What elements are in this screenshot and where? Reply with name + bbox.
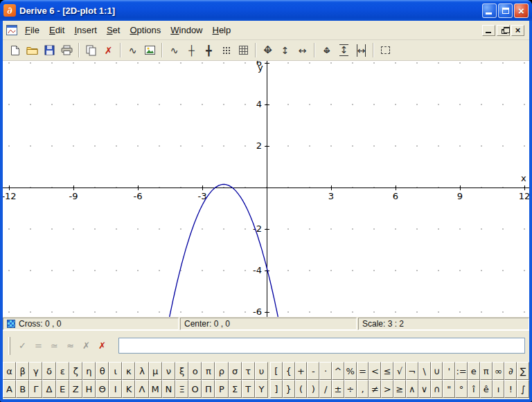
symbol-button[interactable]: Ο (188, 380, 202, 398)
symbol-button[interactable]: := (455, 362, 468, 380)
symbol-button[interactable]: ι (109, 362, 122, 380)
symbol-button[interactable]: ° (455, 380, 468, 398)
symbol-button[interactable]: Ζ (69, 380, 82, 398)
symbol-button[interactable]: Λ (135, 380, 148, 398)
child-close-button[interactable]: × (511, 25, 524, 36)
menu-insert[interactable]: Insert (69, 23, 102, 37)
entry-cancel-icon[interactable]: ✗ (80, 339, 93, 352)
symbol-button[interactable]: ∨ (418, 380, 431, 398)
symbol-button[interactable]: = (357, 362, 369, 380)
symbol-button[interactable]: { (283, 362, 295, 380)
symbol-button[interactable]: ∩ (431, 380, 443, 398)
symbol-button[interactable]: π (480, 362, 493, 380)
symbol-button[interactable]: ∞ (493, 362, 505, 380)
grid-lines-button[interactable] (235, 42, 252, 59)
menu-edit[interactable]: Edit (44, 23, 69, 37)
symbol-button[interactable]: ı (493, 380, 505, 398)
symbol-button[interactable]: e (468, 362, 480, 380)
symbol-button[interactable]: ο (188, 362, 202, 380)
symbol-button[interactable]: ! (504, 380, 517, 398)
delete-button[interactable]: ✗ (100, 42, 117, 59)
symbol-button[interactable]: ∂ (504, 362, 517, 380)
symbol-button[interactable]: Π (202, 380, 215, 398)
symbol-button[interactable]: γ (29, 362, 42, 380)
symbol-button[interactable]: Γ (29, 380, 42, 398)
symbol-button[interactable]: ≥ (393, 380, 406, 398)
symbol-button[interactable]: > (381, 380, 393, 398)
symbol-button[interactable]: √ (393, 362, 406, 380)
grid-dots-button[interactable] (218, 42, 235, 59)
symbol-button[interactable]: Ι (109, 380, 122, 398)
stretch-vertical-button[interactable]: ↕ (276, 42, 294, 59)
symbol-button[interactable]: Β (16, 380, 29, 398)
symbol-button[interactable]: " (443, 380, 455, 398)
symbol-button[interactable]: · (319, 362, 332, 380)
minimize-button[interactable] (482, 3, 497, 18)
symbol-button[interactable]: Μ (149, 380, 162, 398)
toolbar-gripper[interactable] (8, 337, 10, 355)
titlebar[interactable]: ∂ Derive 6 - [2D-plot 1:1] × (0, 0, 532, 21)
child-minimize-button[interactable] (482, 25, 495, 36)
menu-file[interactable]: File (20, 23, 44, 37)
stretch-horizontal-button[interactable]: ↔ (294, 42, 311, 59)
symbol-button[interactable]: / (319, 380, 332, 398)
symbol-button[interactable]: % (344, 362, 357, 380)
symbol-button[interactable]: + (295, 362, 308, 380)
symbol-button[interactable]: Δ (42, 380, 55, 398)
symbol-button[interactable]: ( (295, 380, 308, 398)
entry-simplify-icon[interactable]: ≃ (48, 339, 61, 352)
symbol-button[interactable]: Σ (229, 380, 242, 398)
menu-window[interactable]: Window (166, 23, 207, 37)
expression-input[interactable] (118, 338, 525, 354)
symbol-button[interactable]: - (307, 362, 319, 380)
insert-plot-button[interactable]: ∿ (124, 42, 141, 59)
symbol-button[interactable]: [ (270, 362, 283, 380)
symbol-button[interactable]: ≠ (369, 380, 381, 398)
symbol-button[interactable]: α (3, 362, 16, 380)
symbol-button[interactable]: Α (3, 380, 16, 398)
child-restore-button[interactable] (497, 25, 510, 36)
plot-canvas[interactable]: -12-9-6-336912642-2-4-6yx (3, 61, 529, 317)
entry-delete-icon[interactable]: ✗ (96, 339, 109, 352)
symbol-button[interactable]: ÷ (344, 380, 357, 398)
plot-window-icon[interactable] (6, 25, 17, 35)
symbol-button[interactable]: Ρ (215, 380, 228, 398)
symbol-button[interactable]: λ (135, 362, 148, 380)
trace-button[interactable]: ∿ (166, 42, 183, 59)
entry-approximate-icon[interactable]: ≈ (64, 339, 77, 352)
menu-set[interactable]: Set (102, 23, 125, 37)
save-button[interactable] (41, 42, 58, 59)
open-button[interactable] (24, 42, 41, 59)
symbol-button[interactable]: ∫ (517, 380, 529, 398)
symbol-button[interactable]: Η (82, 380, 96, 398)
symbol-button[interactable]: δ (42, 362, 55, 380)
symbol-button[interactable]: Ε (56, 380, 69, 398)
symbol-button[interactable]: < (369, 362, 381, 380)
entry-equals-icon[interactable]: = (32, 339, 45, 352)
symbol-button[interactable]: μ (149, 362, 162, 380)
symbol-button[interactable]: \ (418, 362, 431, 380)
entry-author-icon[interactable]: ✓ (16, 339, 29, 352)
symbol-button[interactable]: π (202, 362, 215, 380)
print-button[interactable] (58, 42, 76, 59)
axes-button[interactable]: ┼ (183, 42, 200, 59)
plot-area[interactable]: -12-9-6-336912642-2-4-6yx (3, 61, 529, 317)
symbol-button[interactable]: ρ (215, 362, 228, 380)
symbol-button[interactable]: θ (96, 362, 109, 380)
symbol-button[interactable]: ] (270, 380, 283, 398)
symbol-button[interactable]: ) (307, 380, 319, 398)
new-button[interactable] (6, 42, 24, 59)
symbol-button[interactable]: ≤ (381, 362, 393, 380)
symbol-button[interactable]: ¬ (406, 362, 418, 380)
symbol-button[interactable]: Θ (96, 380, 109, 398)
symbol-button[interactable]: ^ (332, 362, 344, 380)
menu-options[interactable]: Options (125, 23, 166, 37)
symbol-button[interactable]: η (82, 362, 96, 380)
symbol-button[interactable]: ε (56, 362, 69, 380)
symbol-button[interactable]: β (16, 362, 29, 380)
symbol-button[interactable]: ± (332, 380, 344, 398)
symbol-button[interactable]: κ (122, 362, 135, 380)
symbol-button[interactable]: τ (242, 362, 255, 380)
symbol-button[interactable]: , (357, 380, 369, 398)
symbol-button[interactable]: ∑ (517, 362, 529, 380)
